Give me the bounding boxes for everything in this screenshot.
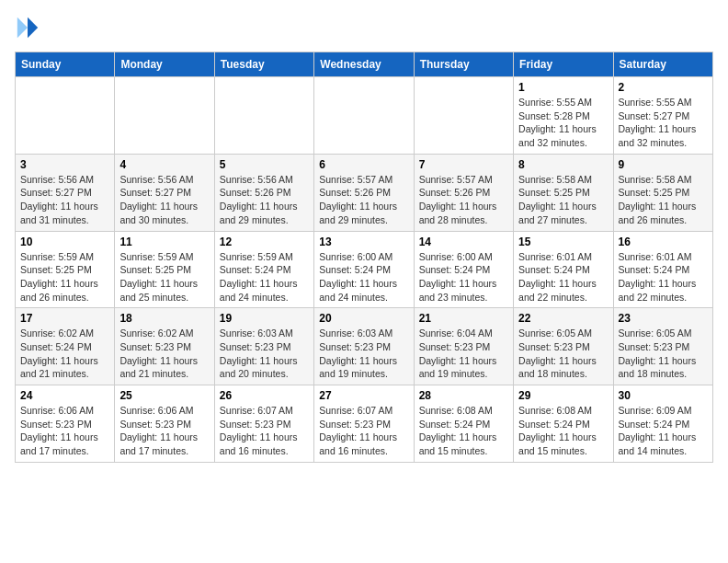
day-number: 27: [319, 389, 408, 402]
day-number: 21: [419, 312, 508, 325]
sunrise: Sunrise: 6:06 AM: [119, 405, 193, 416]
sunset: Sunset: 5:28 PM: [518, 110, 590, 121]
daylight: Daylight: 11 hours and 21 minutes.: [119, 355, 198, 380]
daylight: Daylight: 11 hours and 20 minutes.: [220, 355, 298, 380]
sunrise: Sunrise: 6:01 AM: [518, 251, 592, 262]
day-number: 19: [220, 312, 309, 325]
sunset: Sunset: 5:23 PM: [518, 341, 590, 352]
day-number: 24: [20, 389, 109, 402]
sunrise: Sunrise: 6:01 AM: [619, 251, 692, 262]
day-info: Sunrise: 6:06 AM Sunset: 5:23 PM Dayligh…: [119, 404, 209, 458]
day-info: Sunrise: 5:59 AM Sunset: 5:24 PM Dayligh…: [220, 250, 309, 304]
daylight: Daylight: 11 hours and 18 minutes.: [518, 355, 597, 380]
sunset: Sunset: 5:24 PM: [20, 341, 92, 352]
sunset: Sunset: 5:23 PM: [619, 341, 690, 352]
calendar-day-20: 20 Sunrise: 6:03 AM Sunset: 5:23 PM Dayl…: [314, 308, 414, 385]
day-number: 17: [20, 312, 109, 325]
daylight: Daylight: 11 hours and 26 minutes.: [20, 278, 98, 303]
svg-marker-0: [28, 17, 38, 38]
day-number: 8: [518, 158, 608, 171]
day-number: 13: [319, 236, 408, 248]
calendar-day-6: 6 Sunrise: 5:57 AM Sunset: 5:26 PM Dayli…: [314, 154, 414, 231]
sunrise: Sunrise: 5:56 AM: [119, 174, 193, 185]
sunset: Sunset: 5:27 PM: [119, 187, 191, 198]
calendar-day-22: 22 Sunrise: 6:05 AM Sunset: 5:23 PM Dayl…: [514, 308, 613, 385]
sunset: Sunset: 5:24 PM: [619, 264, 690, 275]
sunset: Sunset: 5:26 PM: [220, 187, 291, 198]
sunset: Sunset: 5:23 PM: [220, 419, 291, 430]
sunrise: Sunrise: 6:06 AM: [20, 405, 94, 416]
calendar-week-2: 3 Sunrise: 5:56 AM Sunset: 5:27 PM Dayli…: [16, 154, 713, 231]
daylight: Daylight: 11 hours and 19 minutes.: [319, 355, 397, 380]
sunrise: Sunrise: 6:07 AM: [319, 405, 392, 416]
sunset: Sunset: 5:24 PM: [220, 264, 291, 275]
day-info: Sunrise: 5:55 AM Sunset: 5:27 PM Dayligh…: [619, 96, 708, 150]
sunset: Sunset: 5:25 PM: [619, 187, 690, 198]
day-info: Sunrise: 5:57 AM Sunset: 5:26 PM Dayligh…: [419, 173, 508, 227]
sunset: Sunset: 5:24 PM: [319, 264, 391, 275]
sunrise: Sunrise: 6:08 AM: [518, 405, 592, 416]
calendar-day-25: 25 Sunrise: 6:06 AM Sunset: 5:23 PM Dayl…: [115, 385, 214, 463]
sunset: Sunset: 5:24 PM: [518, 264, 590, 275]
sunset: Sunset: 5:23 PM: [119, 341, 191, 352]
day-number: 20: [319, 312, 408, 325]
sunset: Sunset: 5:27 PM: [20, 187, 92, 198]
sunrise: Sunrise: 5:56 AM: [220, 174, 293, 185]
sunrise: Sunrise: 6:03 AM: [220, 327, 293, 339]
day-number: 25: [119, 389, 209, 402]
calendar-day-7: 7 Sunrise: 5:57 AM Sunset: 5:26 PM Dayli…: [414, 154, 513, 231]
daylight: Daylight: 11 hours and 29 minutes.: [220, 201, 298, 225]
sunset: Sunset: 5:23 PM: [119, 419, 191, 430]
calendar-day-17: 17 Sunrise: 6:02 AM Sunset: 5:24 PM Dayl…: [16, 308, 115, 385]
sunset: Sunset: 5:25 PM: [20, 264, 92, 275]
daylight: Daylight: 11 hours and 28 minutes.: [419, 201, 497, 225]
day-number: 10: [20, 236, 109, 248]
sunset: Sunset: 5:25 PM: [518, 187, 590, 198]
day-number: 23: [619, 312, 708, 325]
daylight: Daylight: 11 hours and 16 minutes.: [220, 431, 298, 456]
day-number: 26: [220, 389, 309, 402]
sunset: Sunset: 5:23 PM: [20, 419, 92, 430]
day-info: Sunrise: 5:55 AM Sunset: 5:28 PM Dayligh…: [518, 96, 608, 150]
day-number: 3: [20, 158, 109, 171]
day-number: 12: [220, 236, 309, 248]
daylight: Daylight: 11 hours and 32 minutes.: [518, 123, 597, 148]
day-info: Sunrise: 6:01 AM Sunset: 5:24 PM Dayligh…: [619, 250, 708, 304]
day-info: Sunrise: 6:02 AM Sunset: 5:23 PM Dayligh…: [119, 327, 209, 381]
sunset: Sunset: 5:23 PM: [319, 419, 391, 430]
sunrise: Sunrise: 6:05 AM: [619, 327, 692, 339]
weekday-header-saturday: Saturday: [613, 52, 712, 77]
sunrise: Sunrise: 6:02 AM: [20, 327, 94, 339]
daylight: Daylight: 11 hours and 17 minutes.: [119, 431, 198, 456]
daylight: Daylight: 11 hours and 22 minutes.: [518, 278, 597, 303]
page-header: [15, 15, 713, 40]
daylight: Daylight: 11 hours and 26 minutes.: [619, 201, 697, 225]
daylight: Daylight: 11 hours and 24 minutes.: [319, 278, 397, 303]
sunrise: Sunrise: 5:56 AM: [20, 174, 94, 185]
daylight: Daylight: 11 hours and 24 minutes.: [220, 278, 298, 303]
calendar-day-30: 30 Sunrise: 6:09 AM Sunset: 5:24 PM Dayl…: [613, 385, 712, 463]
calendar-day-21: 21 Sunrise: 6:04 AM Sunset: 5:23 PM Dayl…: [414, 308, 513, 385]
sunrise: Sunrise: 5:58 AM: [518, 174, 592, 185]
day-number: 30: [619, 389, 708, 402]
daylight: Daylight: 11 hours and 31 minutes.: [20, 201, 98, 225]
sunrise: Sunrise: 5:57 AM: [419, 174, 493, 185]
calendar-header-row: SundayMondayTuesdayWednesdayThursdayFrid…: [16, 52, 713, 77]
day-info: Sunrise: 6:06 AM Sunset: 5:23 PM Dayligh…: [20, 404, 109, 458]
sunset: Sunset: 5:23 PM: [419, 341, 491, 352]
day-info: Sunrise: 6:09 AM Sunset: 5:24 PM Dayligh…: [619, 404, 708, 458]
daylight: Daylight: 11 hours and 19 minutes.: [419, 355, 497, 380]
weekday-header-friday: Friday: [514, 52, 613, 77]
day-info: Sunrise: 5:56 AM Sunset: 5:27 PM Dayligh…: [20, 173, 109, 227]
sunrise: Sunrise: 5:58 AM: [619, 174, 692, 185]
calendar-day-11: 11 Sunrise: 5:59 AM Sunset: 5:25 PM Dayl…: [115, 231, 214, 308]
sunset: Sunset: 5:24 PM: [619, 419, 690, 430]
sunrise: Sunrise: 6:00 AM: [319, 251, 392, 262]
day-number: 22: [518, 312, 608, 325]
day-info: Sunrise: 6:07 AM Sunset: 5:23 PM Dayligh…: [220, 404, 309, 458]
logo: [15, 15, 44, 40]
daylight: Daylight: 11 hours and 32 minutes.: [619, 123, 697, 148]
calendar-day-4: 4 Sunrise: 5:56 AM Sunset: 5:27 PM Dayli…: [115, 154, 214, 231]
daylight: Daylight: 11 hours and 16 minutes.: [319, 431, 397, 456]
sunset: Sunset: 5:26 PM: [319, 187, 391, 198]
